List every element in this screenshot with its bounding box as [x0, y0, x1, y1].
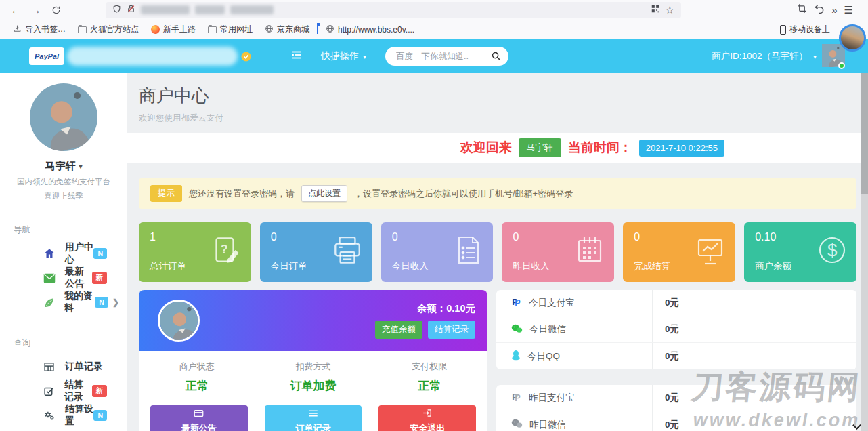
new-badge: N [93, 410, 107, 421]
status-value: 正常 [139, 378, 255, 394]
printer-icon [330, 234, 364, 270]
send-to-mobile[interactable]: 移动设备上 [780, 24, 830, 35]
card-icon [194, 409, 204, 419]
folder-icon [78, 26, 87, 33]
gears-icon [43, 410, 56, 422]
today-stats-card: P P 今日支付宝 0元 [496, 290, 856, 369]
search-box [385, 47, 508, 66]
order-records-button[interactable]: 订单记录 [265, 405, 362, 431]
table-row: P P 昨日支付宝 0元 [496, 385, 856, 411]
bookmark-jd[interactable]: 京东商城 [259, 22, 316, 37]
balance-gradient-card: 余额：0.10元 充值余额 结算记录 [139, 290, 487, 351]
sidebar-item-announcements[interactable]: 最新公告 新 [0, 266, 127, 290]
undo-arrow-icon[interactable] [814, 3, 825, 16]
logout-icon [422, 409, 432, 419]
balance-value: 0.10元 [446, 303, 475, 314]
status-label: 商户状态 [139, 361, 255, 373]
screenshot-crop-icon[interactable] [797, 3, 807, 16]
stat-card-merchant-balance[interactable]: 0.10 商户余额 $ [744, 222, 856, 282]
calendar-icon [573, 234, 606, 269]
stat-card-total-orders[interactable]: 1 总计订单 ? [139, 222, 251, 282]
dollar-circle-icon: $ [816, 234, 848, 269]
page-subtitle: 欢迎您使用都爱云支付 [139, 112, 856, 124]
mail-icon [43, 273, 56, 283]
bookmark-firefox-official[interactable]: 火狐官方站点 [72, 22, 145, 37]
sidebar-item-settlement-records[interactable]: 结算记录 新 [0, 379, 127, 403]
balance-label: 余额： [417, 303, 447, 314]
menu-hamburger-icon[interactable]: ☰ [844, 5, 853, 15]
sidebar-toggle-icon[interactable] [290, 49, 303, 64]
folder-icon [208, 26, 217, 33]
chevron-right-icon: ❯ [112, 297, 119, 307]
alipay-gray-icon: P P [511, 392, 522, 405]
check-square-icon [43, 386, 55, 397]
payment-stats-panel: P P 今日支付宝 0元 [496, 290, 856, 431]
current-time-badge: 2021-7-10 0:22:55 [639, 140, 724, 157]
browser-account-avatar[interactable] [839, 24, 866, 52]
latest-announcement-button[interactable]: 最新公告 [150, 405, 248, 431]
qr-code-icon[interactable] [651, 4, 660, 16]
sidebar-item-my-profile[interactable]: 我的资料 N ❯ [0, 290, 127, 314]
stat-card-today-income[interactable]: 0 今日收入 [381, 222, 494, 282]
password-alert: 提示 您还没有设置登录密码，请 点此设置 ，设置登录密码之后你就可以使用手机号/… [139, 178, 856, 209]
bookmark-common-sites[interactable]: 常用网址 [202, 22, 259, 37]
profile-tagline: 国内领先的免签约支付平台 [0, 177, 127, 187]
section-label-nav: 导航 [14, 224, 127, 236]
stat-card-yesterday-income[interactable]: 0 昨日收入 [502, 222, 614, 282]
scrollbar[interactable] [861, 73, 868, 431]
search-icon[interactable] [491, 51, 501, 64]
chevron-down-icon: ▾ [79, 163, 82, 170]
verified-seal-icon [240, 51, 252, 62]
stat-cards: 1 总计订单 ? 0 今日订单 [139, 222, 856, 282]
bookmark-bbs[interactable]: http://www.bbs.e0v.... [320, 22, 420, 37]
status-label: 支付权限 [371, 361, 487, 373]
sidebar-item-order-records[interactable]: 订单记录 [0, 354, 127, 379]
welcome-back-label: 欢迎回来 [460, 139, 512, 157]
set-password-button[interactable]: 点此设置 [301, 185, 347, 202]
merchant-id-label: 商户ID:1002（马宇轩） [712, 50, 808, 62]
bookmark-star-icon[interactable]: ☆ [666, 5, 674, 15]
main-content: 商户中心 欢迎您使用都爱云支付 欢迎回来 马宇轩 当前时间： 2021-7-10… [127, 73, 868, 431]
import-bookmarks-icon [13, 24, 22, 35]
stat-card-completed-settlement[interactable]: 0 完成结算 [623, 222, 735, 282]
table-grid-icon [43, 361, 56, 373]
presentation-chart-icon [693, 234, 727, 269]
alipay-icon: P P [511, 297, 522, 310]
chevron-down-icon: ▾ [363, 53, 366, 60]
wechat-icon [511, 324, 523, 335]
bookmark-import[interactable]: 导入书签… [7, 22, 72, 37]
recharge-balance-button[interactable]: 充值余额 [375, 321, 422, 339]
status-value: 订单加费 [255, 378, 372, 394]
settlement-records-button[interactable]: 结算记录 [428, 321, 475, 339]
sidebar-item-settlement-settings[interactable]: 结算设置 N [0, 403, 127, 428]
more-tools-icon[interactable]: » [831, 5, 837, 15]
stat-card-today-orders[interactable]: 0 今日订单 [260, 222, 372, 282]
bookmark-getting-started[interactable]: 新手上路 [145, 22, 202, 37]
forward-icon[interactable]: → [26, 2, 46, 18]
profile-tagline: 喜迎上线季 [0, 191, 127, 201]
url-bar[interactable]: ☆ [106, 2, 681, 18]
reload-icon[interactable] [46, 2, 66, 18]
table-row: 昨日微信 0元 [496, 411, 856, 431]
leaf-icon [43, 297, 55, 308]
back-icon[interactable]: ← [5, 2, 26, 18]
lock-disabled-icon[interactable] [127, 4, 135, 16]
globe-icon [326, 24, 334, 35]
shield-icon[interactable] [112, 4, 121, 16]
merchant-account-menu[interactable]: 商户ID:1002（马宇轩） ▾ [712, 44, 845, 69]
merchant-panel: 余额：0.10元 充值余额 结算记录 商户状态 正常 [139, 290, 487, 431]
svg-text:?: ? [220, 243, 227, 256]
logout-button[interactable]: 安全退出 [378, 405, 476, 431]
online-status-dot [838, 62, 845, 69]
quick-actions-menu[interactable]: 快捷操作 ▾ [321, 50, 366, 62]
profile-name-menu[interactable]: 马宇轩 ▾ [0, 160, 127, 173]
sidebar-item-user-center[interactable]: 用户中心 N [0, 241, 127, 266]
table-row: P P 今日支付宝 0元 [496, 290, 856, 316]
scrollbar-thumb[interactable] [861, 73, 868, 194]
search-input[interactable] [385, 47, 508, 66]
svg-text:$: $ [827, 240, 838, 260]
new-badge: N [95, 297, 108, 308]
merchant-status-row: 商户状态 正常 扣费方式 订单加费 支付权限 正常 [139, 361, 487, 394]
blurred-site-name [67, 47, 238, 66]
profile-avatar[interactable] [30, 83, 97, 151]
